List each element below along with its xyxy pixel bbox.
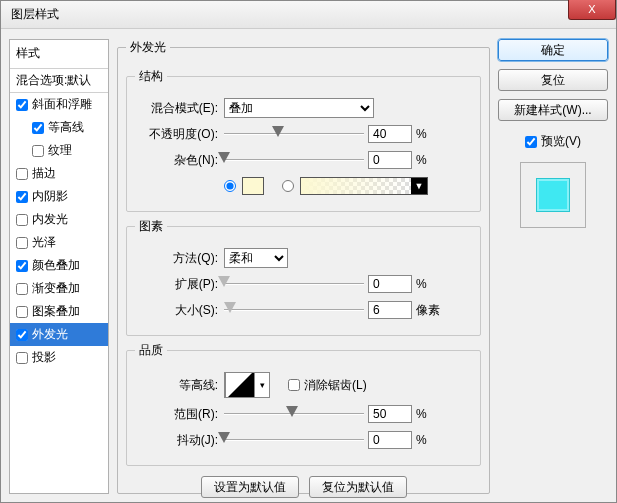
style-row-4[interactable]: 内阴影 <box>10 185 108 208</box>
spread-input[interactable] <box>368 275 412 293</box>
style-label: 图案叠加 <box>32 303 80 320</box>
new-style-button[interactable]: 新建样式(W)... <box>498 99 608 121</box>
preview-box <box>520 162 586 228</box>
jitter-input[interactable] <box>368 431 412 449</box>
style-checkbox[interactable] <box>16 260 28 272</box>
blend-mode-select[interactable]: 叠加 <box>224 98 374 118</box>
style-row-5[interactable]: 内发光 <box>10 208 108 231</box>
fill-color-radio[interactable] <box>224 180 236 192</box>
style-row-11[interactable]: 投影 <box>10 346 108 369</box>
style-row-8[interactable]: 渐变叠加 <box>10 277 108 300</box>
style-row-9[interactable]: 图案叠加 <box>10 300 108 323</box>
opacity-slider[interactable] <box>224 125 364 143</box>
spread-slider[interactable] <box>224 275 364 293</box>
dialog-buttons: 确定 复位 新建样式(W)... 预览(V) <box>498 39 608 494</box>
elements-group: 图素 方法(Q): 柔和 扩展(P): % 大小(S): <box>126 218 481 336</box>
style-row-1[interactable]: 等高线 <box>10 116 108 139</box>
noise-input[interactable] <box>368 151 412 169</box>
style-checkbox[interactable] <box>16 352 28 364</box>
close-button[interactable]: X <box>568 0 616 20</box>
structure-group: 结构 混合模式(E): 叠加 不透明度(O): % 杂色(N): <box>126 68 481 212</box>
style-row-3[interactable]: 描边 <box>10 162 108 185</box>
style-row-10[interactable]: 外发光 <box>10 323 108 346</box>
fill-gradient-picker[interactable]: ▼ <box>300 177 428 195</box>
style-checkbox[interactable] <box>16 99 28 111</box>
noise-slider[interactable] <box>224 151 364 169</box>
blend-mode-label: 混合模式(E): <box>135 100 220 117</box>
jitter-unit: % <box>416 433 444 447</box>
contour-label: 等高线: <box>135 377 220 394</box>
style-label: 内发光 <box>32 211 68 228</box>
noise-unit: % <box>416 153 444 167</box>
range-input[interactable] <box>368 405 412 423</box>
opacity-input[interactable] <box>368 125 412 143</box>
style-row-6[interactable]: 光泽 <box>10 231 108 254</box>
size-slider[interactable] <box>224 301 364 319</box>
style-checkbox[interactable] <box>16 237 28 249</box>
cancel-button[interactable]: 复位 <box>498 69 608 91</box>
spread-label: 扩展(P): <box>135 276 220 293</box>
window-title: 图层样式 <box>11 6 59 23</box>
fill-gradient-radio[interactable] <box>282 180 294 192</box>
blend-options-default[interactable]: 混合选项:默认 <box>10 69 108 93</box>
titlebar: 图层样式 X <box>1 1 616 29</box>
contour-icon <box>225 372 255 398</box>
style-checkbox[interactable] <box>16 329 28 341</box>
style-checkbox[interactable] <box>32 122 44 134</box>
styles-panel: 样式 混合选项:默认 斜面和浮雕等高线纹理描边内阴影内发光光泽颜色叠加渐变叠加图… <box>9 39 109 494</box>
style-checkbox[interactable] <box>16 306 28 318</box>
quality-legend: 品质 <box>135 342 167 359</box>
style-checkbox[interactable] <box>16 191 28 203</box>
make-default-button[interactable]: 设置为默认值 <box>201 476 299 498</box>
antialias-checkbox[interactable] <box>288 379 300 391</box>
structure-legend: 结构 <box>135 68 167 85</box>
noise-label: 杂色(N): <box>135 152 220 169</box>
size-input[interactable] <box>368 301 412 319</box>
size-label: 大小(S): <box>135 302 220 319</box>
reset-default-button[interactable]: 复位为默认值 <box>309 476 407 498</box>
opacity-unit: % <box>416 127 444 141</box>
style-label: 等高线 <box>48 119 84 136</box>
style-label: 内阴影 <box>32 188 68 205</box>
style-label: 光泽 <box>32 234 56 251</box>
outer-glow-legend: 外发光 <box>126 39 170 56</box>
antialias-label: 消除锯齿(L) <box>304 377 367 394</box>
jitter-label: 抖动(J): <box>135 432 220 449</box>
spread-unit: % <box>416 277 444 291</box>
range-slider[interactable] <box>224 405 364 423</box>
style-label: 纹理 <box>48 142 72 159</box>
style-row-0[interactable]: 斜面和浮雕 <box>10 93 108 116</box>
style-label: 描边 <box>32 165 56 182</box>
opacity-label: 不透明度(O): <box>135 126 220 143</box>
style-row-7[interactable]: 颜色叠加 <box>10 254 108 277</box>
fill-color-swatch[interactable] <box>242 177 264 195</box>
style-label: 渐变叠加 <box>32 280 80 297</box>
blend-options-label: 混合选项:默认 <box>16 72 91 89</box>
ok-button[interactable]: 确定 <box>498 39 608 61</box>
layer-style-dialog: 图层样式 X 样式 混合选项:默认 斜面和浮雕等高线纹理描边内阴影内发光光泽颜色… <box>0 0 617 503</box>
fill-type-group: ▼ <box>224 177 428 195</box>
technique-label: 方法(Q): <box>135 250 220 267</box>
preview-label: 预览(V) <box>541 133 581 150</box>
style-label: 斜面和浮雕 <box>32 96 92 113</box>
range-unit: % <box>416 407 444 421</box>
style-label: 颜色叠加 <box>32 257 80 274</box>
style-checkbox[interactable] <box>16 214 28 226</box>
chevron-down-icon: ▾ <box>255 380 269 390</box>
preview-checkbox[interactable] <box>525 136 537 148</box>
style-checkbox[interactable] <box>32 145 44 157</box>
technique-select[interactable]: 柔和 <box>224 248 288 268</box>
contour-picker[interactable]: ▾ <box>224 372 270 398</box>
preview-swatch <box>536 178 570 212</box>
style-checkbox[interactable] <box>16 283 28 295</box>
style-row-2[interactable]: 纹理 <box>10 139 108 162</box>
style-label: 外发光 <box>32 326 68 343</box>
size-unit: 像素 <box>416 302 444 319</box>
range-label: 范围(R): <box>135 406 220 423</box>
jitter-slider[interactable] <box>224 431 364 449</box>
styles-header: 样式 <box>10 40 108 69</box>
quality-group: 品质 等高线: ▾ 消除锯齿(L) 范围(R): <box>126 342 481 466</box>
style-label: 投影 <box>32 349 56 366</box>
outer-glow-panel: 外发光 结构 混合模式(E): 叠加 不透明度(O): % <box>117 39 490 494</box>
style-checkbox[interactable] <box>16 168 28 180</box>
